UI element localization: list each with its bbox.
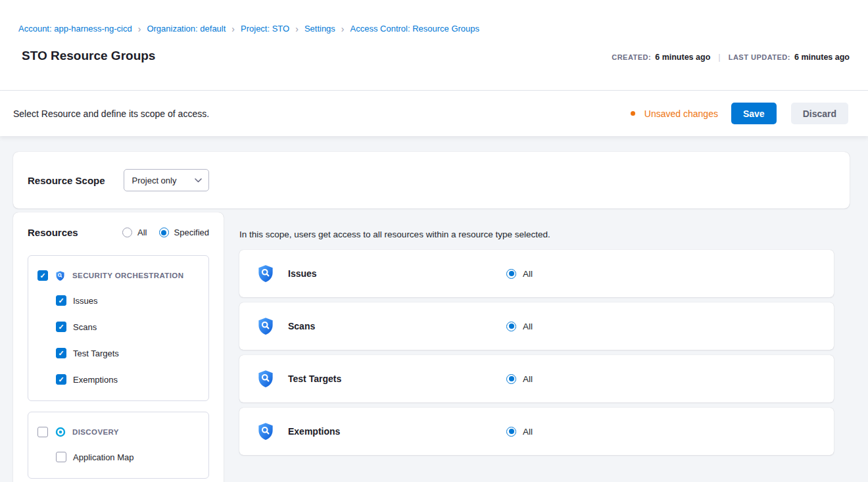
shield-search-icon bbox=[255, 314, 276, 338]
resources-panel: Resources All Specified bbox=[13, 212, 224, 482]
last-updated-label: LAST UPDATED: bbox=[729, 53, 790, 61]
resource-type-label: Exemptions bbox=[288, 426, 506, 437]
resource-scope-card: Resource Scope Project only bbox=[13, 152, 850, 208]
radio-label: All bbox=[523, 374, 533, 384]
unsaved-changes-indicator: Unsaved changes bbox=[631, 108, 718, 119]
chevron-right-icon: › bbox=[341, 24, 345, 34]
resource-item-test-targets[interactable]: Test Targets bbox=[56, 340, 199, 366]
group-header[interactable]: SECURITY ORCHESTRATION bbox=[37, 264, 199, 287]
resource-item-issues[interactable]: Issues bbox=[56, 287, 199, 314]
resource-group-discovery: DISCOVERY Application Map bbox=[28, 412, 209, 479]
access-all-radio[interactable]: All bbox=[506, 427, 533, 437]
chevron-right-icon: › bbox=[231, 24, 235, 34]
radio-label: All bbox=[523, 269, 533, 279]
save-button[interactable]: Save bbox=[731, 103, 777, 124]
meta-divider: | bbox=[718, 52, 720, 62]
access-all-radio[interactable]: All bbox=[506, 269, 533, 279]
item-checkbox[interactable] bbox=[56, 295, 66, 306]
resources-title: Resources bbox=[28, 227, 78, 238]
radio-icon bbox=[159, 228, 169, 237]
shield-search-icon bbox=[255, 420, 276, 443]
created-value: 6 minutes ago bbox=[655, 53, 710, 62]
radio-specified[interactable]: Specified bbox=[159, 228, 209, 237]
chevron-right-icon: › bbox=[295, 24, 299, 34]
breadcrumb-organization[interactable]: Organization: default bbox=[147, 24, 226, 34]
group-name: DISCOVERY bbox=[72, 428, 119, 436]
group-checkbox[interactable] bbox=[37, 427, 48, 437]
resource-type-label: Scans bbox=[288, 321, 506, 331]
title-row: STO Resource Groups CREATED: 6 minutes a… bbox=[18, 49, 850, 63]
chevron-right-icon: › bbox=[138, 24, 141, 34]
radio-specified-label: Specified bbox=[174, 228, 209, 237]
breadcrumb-access-control[interactable]: Access Control: Resource Groups bbox=[350, 24, 480, 34]
scope-detail: In this scope, users get access to all r… bbox=[239, 212, 850, 460]
page-title: STO Resource Groups bbox=[22, 49, 155, 63]
resources-panel-header: Resources All Specified bbox=[28, 227, 209, 238]
resource-group-security-orchestration: SECURITY ORCHESTRATION Issues Scans Test… bbox=[28, 255, 209, 401]
item-label: Issues bbox=[73, 296, 98, 306]
breadcrumb-project[interactable]: Project: STO bbox=[241, 24, 289, 34]
breadcrumb-settings[interactable]: Settings bbox=[304, 24, 335, 34]
radio-all-label: All bbox=[137, 228, 147, 237]
item-label: Test Targets bbox=[73, 349, 119, 358]
radio-all[interactable]: All bbox=[122, 228, 147, 237]
last-updated-value: 6 minutes ago bbox=[794, 53, 850, 62]
scope-detail-description: In this scope, users get access to all r… bbox=[239, 229, 834, 239]
radio-icon bbox=[506, 322, 516, 331]
breadcrumb-account[interactable]: Account: app-harness-ng-cicd bbox=[18, 24, 132, 34]
resource-item-application-map[interactable]: Application Map bbox=[56, 444, 199, 470]
resource-item-scans[interactable]: Scans bbox=[56, 314, 199, 340]
item-label: Exemptions bbox=[73, 375, 118, 385]
access-all-radio[interactable]: All bbox=[506, 374, 533, 384]
item-checkbox[interactable] bbox=[56, 374, 66, 385]
item-label: Application Map bbox=[73, 452, 134, 462]
group-checkbox[interactable] bbox=[37, 270, 48, 281]
item-checkbox[interactable] bbox=[56, 322, 66, 332]
resource-type-label: Issues bbox=[288, 268, 506, 279]
action-toolbar: Select Resource and define its scope of … bbox=[0, 91, 868, 136]
resource-scope-label: Resource Scope bbox=[28, 175, 105, 186]
radio-icon bbox=[506, 427, 516, 437]
resource-access-row-issues: Issues All bbox=[239, 250, 834, 297]
item-checkbox[interactable] bbox=[56, 348, 66, 358]
created-label: CREATED: bbox=[612, 53, 651, 61]
shield-search-icon bbox=[255, 367, 276, 391]
resource-type-label: Test Targets bbox=[288, 374, 506, 384]
content-columns: Resources All Specified bbox=[13, 212, 850, 482]
toolbar-description: Select Resource and define its scope of … bbox=[13, 108, 209, 119]
shield-search-icon bbox=[55, 270, 66, 281]
resource-access-row-scans: Scans All bbox=[239, 302, 834, 350]
toolbar-actions: Unsaved changes Save Discard bbox=[631, 103, 848, 124]
group-name: SECURITY ORCHESTRATION bbox=[72, 272, 183, 279]
discard-button[interactable]: Discard bbox=[791, 103, 848, 124]
shield-search-icon bbox=[255, 262, 276, 285]
breadcrumb: Account: app-harness-ng-cicd › Organizat… bbox=[18, 24, 850, 34]
resource-access-row-exemptions: Exemptions All bbox=[239, 408, 834, 455]
item-checkbox[interactable] bbox=[56, 452, 66, 462]
discovery-icon bbox=[55, 427, 66, 438]
resource-scope-dropdown[interactable]: Project only bbox=[124, 169, 209, 191]
page-header: Account: app-harness-ng-cicd › Organizat… bbox=[0, 0, 868, 91]
resource-access-row-test-targets: Test Targets All bbox=[239, 355, 834, 402]
meta-info: CREATED: 6 minutes ago | LAST UPDATED: 6… bbox=[612, 52, 850, 63]
app-root: Account: app-harness-ng-cicd › Organizat… bbox=[0, 0, 868, 482]
radio-icon bbox=[506, 269, 516, 279]
resource-scope-selected-value: Project only bbox=[132, 176, 177, 185]
unsaved-dot-icon bbox=[631, 111, 635, 116]
radio-icon bbox=[506, 374, 516, 384]
access-all-radio[interactable]: All bbox=[506, 322, 533, 331]
group-header[interactable]: DISCOVERY bbox=[37, 420, 199, 444]
resource-item-exemptions[interactable]: Exemptions bbox=[56, 366, 199, 393]
unsaved-changes-label: Unsaved changes bbox=[644, 108, 718, 119]
radio-label: All bbox=[523, 322, 533, 331]
radio-icon bbox=[122, 228, 132, 237]
resources-filter-radios: All Specified bbox=[122, 228, 209, 237]
radio-label: All bbox=[523, 427, 533, 437]
chevron-down-icon bbox=[195, 178, 202, 183]
item-label: Scans bbox=[73, 322, 97, 332]
main-content: Resource Scope Project only Resources Al… bbox=[0, 136, 868, 482]
